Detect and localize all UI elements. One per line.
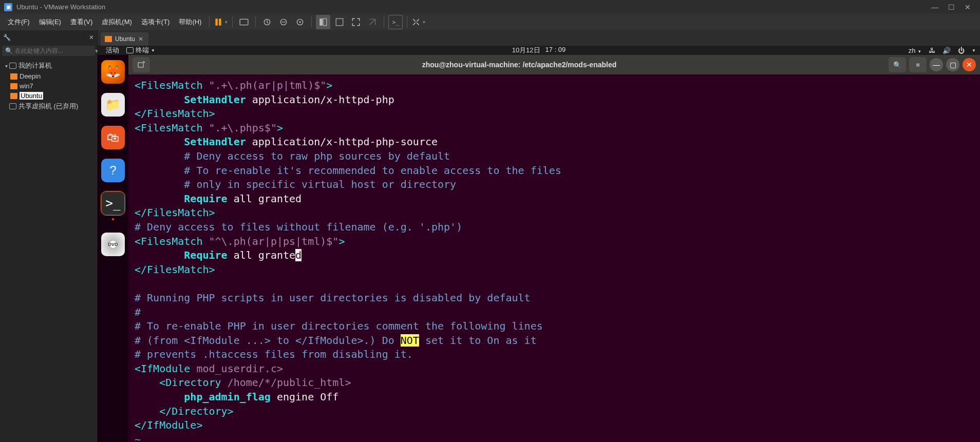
menu-tabs[interactable]: 选项卡(T) — [137, 14, 175, 30]
clock-time: 17 : 09 — [545, 46, 566, 55]
tree-root-computer[interactable]: ▾ 我的计算机 — [1, 60, 96, 71]
tree-root-label: 我的计算机 — [18, 61, 52, 70]
dock-firefox-icon[interactable]: 🦊 — [101, 60, 125, 84]
library-title-icon: 🔧 — [3, 34, 11, 41]
fullscreen-button[interactable] — [349, 15, 363, 29]
clock[interactable]: 10月12日 17 : 09 — [512, 46, 566, 55]
menu-file[interactable]: 文件(F) — [3, 14, 34, 30]
suspend-button[interactable]: ▼ — [214, 15, 228, 29]
tree-vm-deepin[interactable]: Deepin — [1, 71, 96, 81]
terminal-close-button[interactable]: ✕ — [963, 58, 976, 71]
send-ctrl-alt-del-button[interactable] — [237, 15, 251, 29]
library-sidebar: 🔧 ✕ 🔍 ▼ ▾ 我的计算机 Deepin win7 — [0, 30, 98, 442]
tree-item-label: Deepin — [20, 72, 41, 80]
vmware-titlebar: ▣ Ubuntu - VMware Workstation — ☐ ✕ — [0, 0, 980, 14]
terminal-titlebar: zhou@zhou-virtual-machine: /etc/apache2/… — [128, 55, 980, 74]
volume-icon[interactable]: 🔊 — [943, 47, 951, 54]
network-icon[interactable]: 🖧 — [929, 47, 935, 54]
svg-point-6 — [299, 21, 301, 23]
revert-snapshot-button[interactable] — [276, 15, 291, 29]
tree-vm-ubuntu[interactable]: Ubuntu — [1, 91, 96, 101]
separator — [255, 16, 256, 28]
menu-help[interactable]: 帮助(H) — [174, 14, 206, 30]
tab-close-icon[interactable]: ✕ — [138, 35, 143, 43]
window-title: Ubuntu - VMware Workstation — [16, 3, 927, 11]
input-method-indicator[interactable]: zh ▼ — [909, 47, 921, 54]
vm-icon — [105, 36, 112, 42]
dock-terminal-icon[interactable]: >_ — [101, 191, 125, 215]
menu-edit[interactable]: 编辑(E) — [34, 14, 66, 30]
close-button[interactable]: ✕ — [959, 3, 976, 11]
library-header: 🔧 ✕ — [0, 30, 97, 45]
new-tab-button[interactable] — [133, 57, 150, 72]
dock-dvd-icon[interactable]: DVD — [101, 233, 125, 256]
svg-rect-9 — [336, 18, 344, 26]
tree-item-label: 共享虚拟机 (已弃用) — [18, 102, 78, 111]
computer-icon — [9, 63, 16, 69]
unity-button[interactable] — [365, 15, 380, 29]
terminal-maximize-button[interactable]: ▢ — [946, 58, 959, 71]
manage-snapshots-button[interactable] — [293, 15, 307, 29]
computer-icon — [9, 103, 16, 109]
svg-rect-8 — [323, 18, 327, 26]
dock-help-icon[interactable]: ? — [101, 159, 125, 182]
tree-shared-vms[interactable]: 共享虚拟机 (已弃用) — [1, 101, 96, 112]
app-menu-terminal[interactable]: 终端 ▼ — [123, 46, 158, 55]
terminal-content[interactable]: <FilesMatch ".+\.ph(ar|p|tml)$"> SetHand… — [128, 74, 980, 442]
vmware-logo-icon: ▣ — [4, 3, 12, 11]
vm-tab-label: Ubuntu — [115, 35, 135, 43]
vm-icon — [10, 93, 17, 99]
svg-rect-7 — [320, 18, 323, 26]
search-input[interactable] — [15, 47, 92, 54]
app-menu-label: 终端 — [136, 46, 149, 55]
terminal-icon — [126, 47, 134, 53]
menu-vm[interactable]: 虚拟机(M) — [97, 14, 137, 30]
clock-date: 10月12日 — [512, 46, 540, 55]
svg-rect-10 — [138, 63, 143, 67]
separator — [407, 16, 407, 28]
gnome-top-bar: 活动 终端 ▼ 10月12日 17 : 09 zh ▼ 🖧 🔊 ⏻ ▼ — [98, 46, 980, 55]
terminal-search-button[interactable]: 🔍 — [889, 57, 906, 72]
library-close-icon[interactable]: ✕ — [89, 34, 94, 41]
separator — [384, 16, 384, 28]
library-search[interactable]: 🔍 ▼ — [2, 46, 95, 56]
view-mode-2-button[interactable] — [332, 15, 347, 29]
search-icon: 🔍 — [5, 47, 13, 54]
dock-files-icon[interactable]: 📁 — [101, 93, 125, 117]
tree-item-label: Ubuntu — [20, 92, 43, 100]
tree-vm-win7[interactable]: win7 — [1, 81, 96, 91]
menu-view[interactable]: 查看(V) — [66, 14, 97, 30]
system-menu-dropdown-icon[interactable]: ▼ — [972, 48, 976, 53]
stretch-button[interactable]: ▼ — [411, 15, 426, 29]
svg-rect-0 — [216, 18, 218, 26]
terminal-menu-button[interactable]: ≡ — [909, 57, 927, 72]
tree-item-label: win7 — [20, 82, 33, 90]
library-tree: ▾ 我的计算机 Deepin win7 Ubuntu 共享虚拟机 (已弃用) — [0, 57, 97, 115]
dock-running-indicator — [112, 218, 114, 220]
activities-button[interactable]: 活动 — [102, 46, 123, 55]
svg-rect-1 — [219, 18, 222, 26]
vm-tabstrip: Ubuntu ✕ — [98, 30, 980, 46]
power-icon[interactable]: ⏻ — [958, 47, 965, 54]
vm-icon — [10, 73, 17, 80]
minimize-button[interactable]: — — [927, 3, 943, 11]
snapshot-button[interactable] — [260, 15, 274, 29]
dock-software-icon[interactable]: 🛍 — [101, 126, 125, 149]
vm-tab-ubuntu[interactable]: Ubuntu ✕ — [101, 32, 148, 46]
maximize-button[interactable]: ☐ — [943, 3, 959, 11]
terminal-title: zhou@zhou-virtual-machine: /etc/apache2/… — [154, 61, 884, 69]
svg-rect-2 — [240, 19, 249, 25]
separator — [311, 16, 312, 28]
vm-icon — [10, 83, 17, 89]
vmware-menubar: 文件(F) 编辑(E) 查看(V) 虚拟机(M) 选项卡(T) 帮助(H) ▼ … — [0, 14, 980, 30]
separator — [232, 16, 233, 28]
console-button[interactable]: >_ — [388, 15, 403, 29]
terminal-minimize-button[interactable]: — — [930, 58, 943, 71]
view-mode-1-button[interactable] — [316, 15, 330, 29]
separator — [209, 16, 210, 28]
guest-display[interactable]: 活动 终端 ▼ 10月12日 17 : 09 zh ▼ 🖧 🔊 ⏻ ▼ — [98, 46, 980, 442]
ubuntu-dock: 🦊 📁 🛍 ? >_ DVD — [98, 55, 128, 442]
